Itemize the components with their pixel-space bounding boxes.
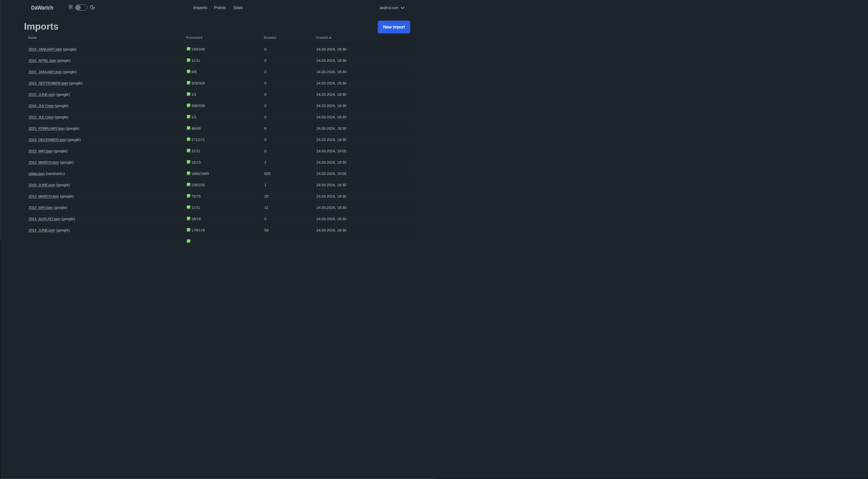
svg-text:DaWarIch: DaWarIch bbox=[31, 4, 53, 11]
